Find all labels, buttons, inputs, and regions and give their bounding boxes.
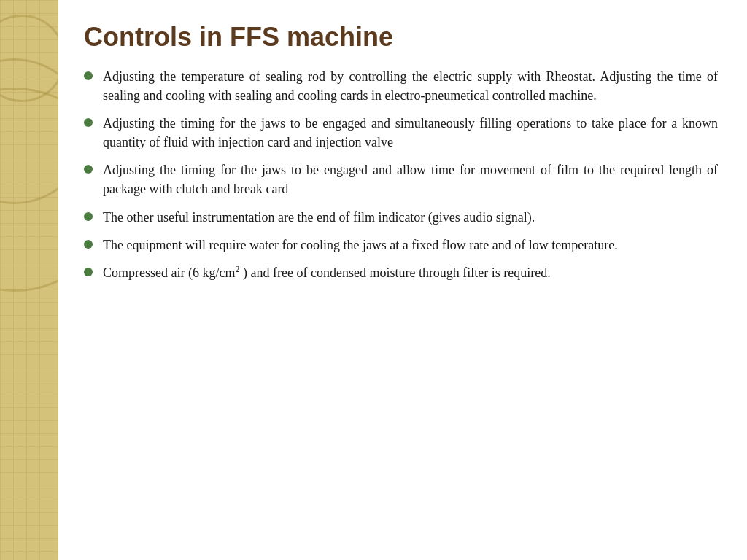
list-item: Adjusting the temperature of sealing rod… xyxy=(84,67,718,105)
sidebar-circle-3 xyxy=(0,88,58,292)
bullet-text: Adjusting the timing for the jaws to be … xyxy=(103,160,718,198)
bullet-dot xyxy=(84,240,93,249)
text-before-sup: Compressed air (6 kg/cm xyxy=(103,265,235,280)
bullet-dot xyxy=(84,71,93,80)
bullet-dot xyxy=(84,268,93,276)
bullet-dot xyxy=(84,118,93,127)
bullet-dot xyxy=(84,212,93,221)
list-item: Adjusting the timing for the jaws to be … xyxy=(84,160,718,198)
bullet-dot xyxy=(84,165,93,174)
bullet-text: The other useful instrumentation are the… xyxy=(103,208,718,227)
bullet-list: Adjusting the temperature of sealing rod… xyxy=(84,67,718,291)
bullet-text-superscript: Compressed air (6 kg/cm2 ) and free of c… xyxy=(103,263,718,282)
list-item: The equipment will require water for coo… xyxy=(84,236,718,254)
left-sidebar xyxy=(0,0,58,560)
list-item: The other useful instrumentation are the… xyxy=(84,208,718,227)
list-item: Compressed air (6 kg/cm2 ) and free of c… xyxy=(84,263,718,282)
bullet-text: Adjusting the temperature of sealing rod… xyxy=(103,67,718,105)
bullet-text: The equipment will require water for coo… xyxy=(103,236,718,254)
text-after-sup: ) and free of condensed moisture through… xyxy=(239,265,550,280)
list-item: Adjusting the timing for the jaws to be … xyxy=(84,114,718,152)
slide-title: Controls in FFS machine xyxy=(84,22,718,52)
bullet-text: Adjusting the timing for the jaws to be … xyxy=(103,114,718,152)
main-content: Controls in FFS machine Adjusting the te… xyxy=(58,0,747,560)
